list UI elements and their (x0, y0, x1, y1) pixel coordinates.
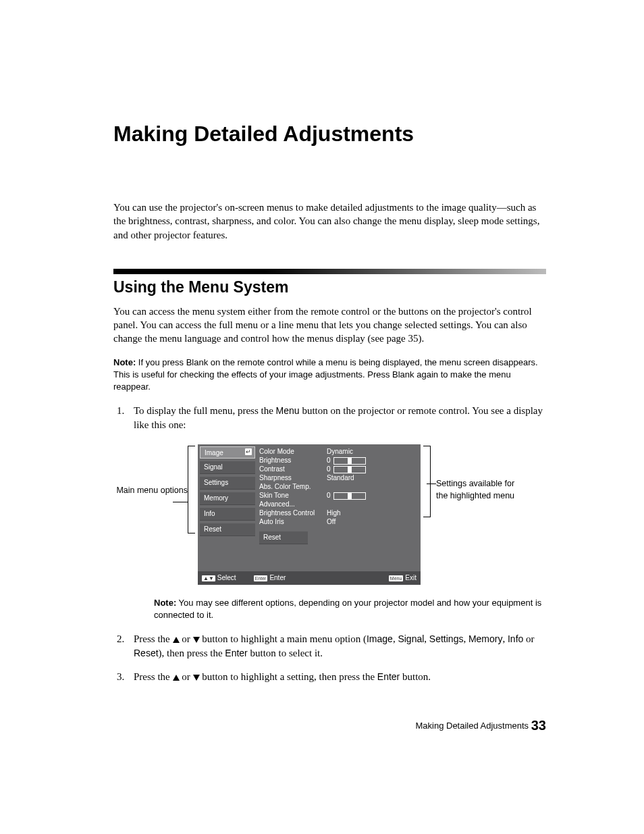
footer-select: Select (217, 573, 236, 583)
return-icon: ↵ (245, 448, 252, 455)
up-arrow-icon (173, 637, 180, 643)
enter-key: Enter (377, 671, 400, 682)
intro-paragraph: You can use the projector's on-screen me… (113, 201, 546, 242)
footer-text: Making Detailed Adjustments (415, 721, 529, 731)
bracket-right (423, 446, 431, 517)
osd-setting-label: Auto Iris (259, 517, 327, 526)
callout-left: Main menu options (113, 444, 188, 509)
separator: , (502, 633, 508, 644)
osd-reset: Reset (259, 531, 308, 544)
page-number: 33 (531, 718, 546, 733)
osd-menu-item: Image↵ (200, 446, 255, 459)
menu-option-name: Settings (429, 633, 464, 644)
slider-icon (333, 457, 366, 465)
osd-setting-label: Advanced... (259, 500, 327, 509)
footer-enter: Enter (269, 573, 286, 583)
note-text: If you press (136, 357, 186, 367)
enter-box-icon: Enter (254, 575, 268, 581)
callout-right: Settings available for the highlighted m… (431, 444, 517, 502)
osd-setting-value (327, 482, 417, 491)
osd-menu-item: Reset (200, 523, 255, 536)
section-heading: Using the Menu System (113, 278, 546, 296)
osd-setting-row: Auto IrisOff (259, 517, 417, 526)
section-divider (113, 269, 546, 274)
osd-setting-value (327, 500, 417, 509)
osd-setting-row: SharpnessStandard (259, 473, 417, 482)
bracket-left (188, 446, 195, 533)
osd-menu-item: Info (200, 508, 255, 521)
osd-setting-label: Contrast (259, 465, 327, 473)
note-blank: Note: If you press Blank on the remote c… (113, 357, 546, 394)
step-text: or (180, 633, 193, 644)
step-text: To display the full menu, press the (134, 405, 276, 416)
menu-option-name: Info (508, 633, 523, 644)
osd-setting-value: Standard (327, 473, 417, 482)
osd-setting-row: Advanced... (259, 500, 417, 509)
menu-option-name: Reset (134, 648, 159, 658)
menu-option-name: Memory (468, 633, 503, 644)
osd-setting-value: 0 (327, 456, 417, 465)
enter-key: Enter (225, 648, 247, 658)
menu-box-icon: Menu (389, 575, 404, 581)
footer-exit: Exit (405, 573, 417, 583)
menu-option-name: Signal (398, 633, 424, 644)
osd-setting-value: Dynamic (327, 447, 417, 456)
osd-menu-item: Signal (200, 461, 255, 474)
osd-setting-label: Brightness Control (259, 509, 327, 517)
osd-setting-value: 0 (327, 465, 417, 473)
osd-footer: ▲▼Select EnterEnter MenuExit (198, 571, 421, 585)
blank-key: Blank (186, 357, 209, 367)
osd-menu-item: Memory (200, 492, 255, 505)
osd-setting-value: 0 (327, 491, 417, 500)
menu-figure: Main menu options Image↵SignalSettingsMe… (113, 444, 546, 585)
osd-setting-row: Color ModeDynamic (259, 447, 417, 456)
step-1: To display the full menu, press the Menu… (127, 404, 546, 621)
menu-option-name: Image (367, 633, 393, 644)
blank-key: Blank (392, 369, 414, 380)
osd-setting-row: Brightness ControlHigh (259, 509, 417, 517)
osd-setting-row: Skin Tone0 (259, 491, 417, 500)
step-text: ), then press the (159, 648, 225, 658)
down-arrow-icon (193, 637, 200, 643)
step-text: button to select it. (248, 648, 323, 658)
callout-text: Main menu options (116, 486, 188, 495)
step-text: button. (400, 671, 431, 682)
osd-settings-panel: Color ModeDynamicBrightness0Contrast0Sha… (255, 444, 421, 544)
osd-setting-row: Brightness0 (259, 456, 417, 465)
osd-setting-label: Sharpness (259, 473, 327, 482)
step-text: button to highlight a setting, then pres… (200, 671, 377, 682)
separator: , (463, 633, 468, 644)
slider-icon (333, 466, 366, 473)
step-3: Press the or button to highlight a setti… (127, 670, 546, 684)
callout-text: Settings available for the highlighted m… (436, 479, 514, 500)
note-model: Note: You may see different options, dep… (154, 597, 546, 621)
osd-menu-screenshot: Image↵SignalSettingsMemoryInfoReset Colo… (198, 444, 421, 585)
step-text: button to highlight a main menu option ( (200, 633, 367, 644)
step-text: or (180, 671, 193, 682)
menu-key: Menu (276, 405, 300, 416)
osd-setting-value: High (327, 509, 417, 517)
step-text: Press the (134, 671, 173, 682)
osd-setting-label: Brightness (259, 456, 327, 465)
separator: , (424, 633, 429, 644)
step-2: Press the or button to highlight a main … (127, 632, 546, 660)
section-paragraph: You can access the menu system either fr… (113, 305, 546, 346)
note-text: You may see different options, depending… (154, 598, 541, 620)
down-arrow-icon (193, 675, 200, 681)
note-label: Note: (113, 357, 136, 367)
slider-icon (333, 492, 366, 500)
osd-setting-value: Off (327, 517, 417, 526)
osd-setting-row: Abs. Color Temp. (259, 482, 417, 491)
osd-setting-row: Contrast0 (259, 465, 417, 473)
osd-setting-label: Abs. Color Temp. (259, 482, 327, 491)
osd-setting-label: Color Mode (259, 447, 327, 456)
page-title: Making Detailed Adjustments (113, 122, 546, 147)
osd-setting-label: Skin Tone (259, 491, 327, 500)
note-label: Note: (154, 598, 176, 608)
up-arrow-icon (173, 675, 180, 681)
step-text: Press the (134, 633, 173, 644)
osd-menu-item: Settings (200, 477, 255, 490)
separator: or (523, 633, 534, 644)
osd-main-menu: Image↵SignalSettingsMemoryInfoReset (198, 444, 255, 544)
updown-icon: ▲▼ (202, 575, 215, 581)
